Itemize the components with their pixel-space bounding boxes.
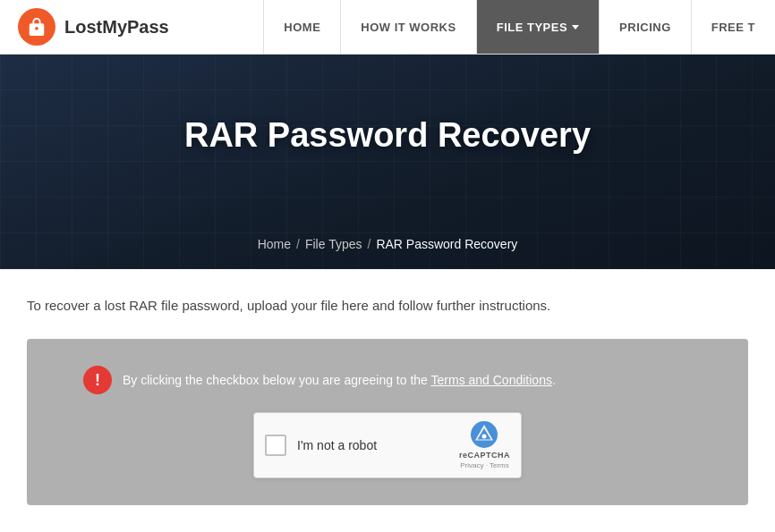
hero-section: RAR Password Recovery Home / File Types … bbox=[0, 55, 775, 269]
header: LostMyPass HOME HOW IT WORKS FILE TYPES … bbox=[0, 0, 775, 55]
logo-icon bbox=[18, 8, 55, 46]
breadcrumb-sep-1: / bbox=[296, 237, 300, 251]
breadcrumb-file-types[interactable]: File Types bbox=[305, 237, 362, 251]
terms-notice: ! By clicking the checkbox below you are… bbox=[83, 366, 692, 394]
main-content: To recover a lost RAR file password, upl… bbox=[0, 269, 775, 523]
chevron-down-icon bbox=[572, 25, 579, 30]
breadcrumb-home[interactable]: Home bbox=[258, 237, 291, 251]
recaptcha-logo-icon bbox=[470, 420, 498, 449]
svg-point-1 bbox=[482, 435, 487, 439]
nav-item-file-types[interactable]: FILE TYPES bbox=[476, 0, 599, 54]
description-text: To recover a lost RAR file password, upl… bbox=[27, 296, 748, 317]
terms-text: By clicking the checkbox below you are a… bbox=[123, 373, 556, 387]
page-title: RAR Password Recovery bbox=[184, 116, 591, 155]
breadcrumb: Home / File Types / RAR Password Recover… bbox=[258, 237, 518, 251]
recaptcha-links[interactable]: Privacy · Terms bbox=[460, 461, 509, 469]
terms-link[interactable]: Terms and Conditions bbox=[431, 373, 552, 387]
captcha-checkbox[interactable] bbox=[265, 435, 286, 456]
breadcrumb-current: RAR Password Recovery bbox=[376, 237, 517, 251]
captcha-right: reCAPTCHA Privacy · Terms bbox=[459, 420, 510, 469]
captcha-left: I'm not a robot bbox=[265, 435, 377, 456]
lock-icon bbox=[27, 17, 47, 37]
breadcrumb-sep-2: / bbox=[367, 237, 370, 251]
captcha-label: I'm not a robot bbox=[297, 438, 377, 452]
nav-item-free-t[interactable]: FREE T bbox=[691, 0, 775, 54]
nav-item-how-it-works[interactable]: HOW IT WORKS bbox=[340, 0, 475, 54]
logo-area: LostMyPass bbox=[0, 8, 187, 46]
captcha-box: I'm not a robot reCAPTCHA Privacy · Term… bbox=[253, 412, 522, 478]
nav-item-home[interactable]: HOME bbox=[263, 0, 340, 54]
logo-text: LostMyPass bbox=[64, 17, 169, 38]
exclamation-icon: ! bbox=[95, 372, 100, 388]
alert-icon: ! bbox=[83, 366, 112, 394]
recaptcha-brand: reCAPTCHA bbox=[459, 451, 510, 460]
upload-box: ! By clicking the checkbox below you are… bbox=[27, 339, 748, 505]
nav-item-pricing[interactable]: PRICING bbox=[599, 0, 691, 54]
main-nav: HOME HOW IT WORKS FILE TYPES PRICING FRE… bbox=[263, 0, 775, 54]
